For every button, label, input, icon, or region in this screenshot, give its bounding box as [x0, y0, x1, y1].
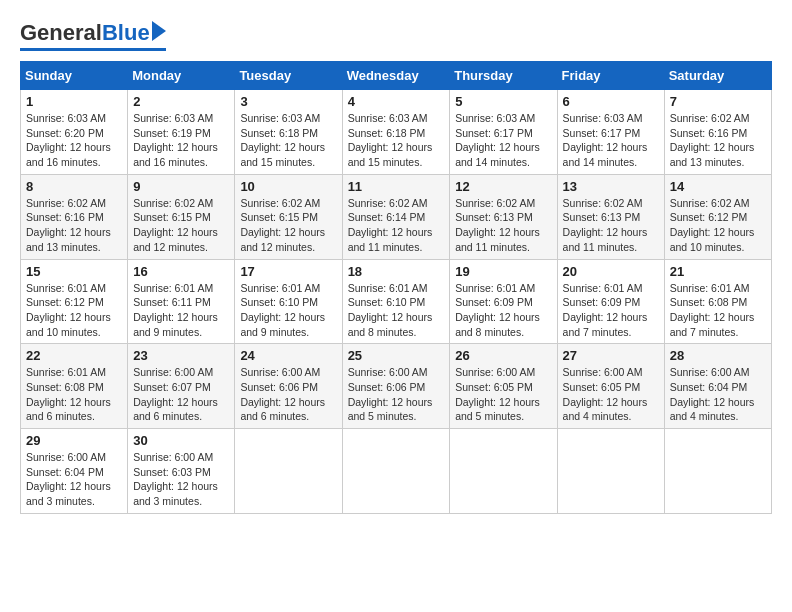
- calendar-day-16: 16 Sunrise: 6:01 AMSunset: 6:11 PMDaylig…: [128, 259, 235, 344]
- day-info: Sunrise: 6:03 AMSunset: 6:19 PMDaylight:…: [133, 112, 218, 168]
- day-info: Sunrise: 6:00 AMSunset: 6:04 PMDaylight:…: [26, 451, 111, 507]
- calendar-week-4: 22 Sunrise: 6:01 AMSunset: 6:08 PMDaylig…: [21, 344, 772, 429]
- calendar-day-24: 24 Sunrise: 6:00 AMSunset: 6:06 PMDaylig…: [235, 344, 342, 429]
- day-info: Sunrise: 6:01 AMSunset: 6:10 PMDaylight:…: [348, 282, 433, 338]
- day-number: 26: [455, 348, 551, 363]
- day-number: 9: [133, 179, 229, 194]
- day-number: 5: [455, 94, 551, 109]
- day-info: Sunrise: 6:02 AMSunset: 6:15 PMDaylight:…: [240, 197, 325, 253]
- day-info: Sunrise: 6:00 AMSunset: 6:04 PMDaylight:…: [670, 366, 755, 422]
- calendar-day-6: 6 Sunrise: 6:03 AMSunset: 6:17 PMDayligh…: [557, 90, 664, 175]
- calendar-day-29: 29 Sunrise: 6:00 AMSunset: 6:04 PMDaylig…: [21, 429, 128, 514]
- calendar-header-sunday: Sunday: [21, 62, 128, 90]
- day-info: Sunrise: 6:01 AMSunset: 6:08 PMDaylight:…: [670, 282, 755, 338]
- day-number: 22: [26, 348, 122, 363]
- day-info: Sunrise: 6:03 AMSunset: 6:18 PMDaylight:…: [348, 112, 433, 168]
- day-number: 7: [670, 94, 766, 109]
- calendar-week-3: 15 Sunrise: 6:01 AMSunset: 6:12 PMDaylig…: [21, 259, 772, 344]
- calendar-week-1: 1 Sunrise: 6:03 AMSunset: 6:20 PMDayligh…: [21, 90, 772, 175]
- day-number: 24: [240, 348, 336, 363]
- day-number: 2: [133, 94, 229, 109]
- calendar-day-18: 18 Sunrise: 6:01 AMSunset: 6:10 PMDaylig…: [342, 259, 450, 344]
- calendar-day-5: 5 Sunrise: 6:03 AMSunset: 6:17 PMDayligh…: [450, 90, 557, 175]
- calendar-day-1: 1 Sunrise: 6:03 AMSunset: 6:20 PMDayligh…: [21, 90, 128, 175]
- day-info: Sunrise: 6:01 AMSunset: 6:08 PMDaylight:…: [26, 366, 111, 422]
- calendar-header-thursday: Thursday: [450, 62, 557, 90]
- day-info: Sunrise: 6:00 AMSunset: 6:03 PMDaylight:…: [133, 451, 218, 507]
- day-number: 11: [348, 179, 445, 194]
- calendar-day-4: 4 Sunrise: 6:03 AMSunset: 6:18 PMDayligh…: [342, 90, 450, 175]
- day-number: 3: [240, 94, 336, 109]
- day-number: 28: [670, 348, 766, 363]
- calendar-day-23: 23 Sunrise: 6:00 AMSunset: 6:07 PMDaylig…: [128, 344, 235, 429]
- calendar-header-monday: Monday: [128, 62, 235, 90]
- day-info: Sunrise: 6:02 AMSunset: 6:16 PMDaylight:…: [670, 112, 755, 168]
- calendar-day-3: 3 Sunrise: 6:03 AMSunset: 6:18 PMDayligh…: [235, 90, 342, 175]
- day-info: Sunrise: 6:01 AMSunset: 6:11 PMDaylight:…: [133, 282, 218, 338]
- day-number: 12: [455, 179, 551, 194]
- calendar-day-2: 2 Sunrise: 6:03 AMSunset: 6:19 PMDayligh…: [128, 90, 235, 175]
- calendar-table: SundayMondayTuesdayWednesdayThursdayFrid…: [20, 61, 772, 514]
- day-info: Sunrise: 6:03 AMSunset: 6:20 PMDaylight:…: [26, 112, 111, 168]
- calendar-day-8: 8 Sunrise: 6:02 AMSunset: 6:16 PMDayligh…: [21, 174, 128, 259]
- day-number: 29: [26, 433, 122, 448]
- calendar-day-28: 28 Sunrise: 6:00 AMSunset: 6:04 PMDaylig…: [664, 344, 771, 429]
- calendar-day-17: 17 Sunrise: 6:01 AMSunset: 6:10 PMDaylig…: [235, 259, 342, 344]
- day-info: Sunrise: 6:00 AMSunset: 6:07 PMDaylight:…: [133, 366, 218, 422]
- logo-general: General: [20, 20, 102, 46]
- calendar-header-tuesday: Tuesday: [235, 62, 342, 90]
- day-info: Sunrise: 6:01 AMSunset: 6:09 PMDaylight:…: [563, 282, 648, 338]
- day-number: 10: [240, 179, 336, 194]
- day-number: 30: [133, 433, 229, 448]
- day-number: 17: [240, 264, 336, 279]
- calendar-day-11: 11 Sunrise: 6:02 AMSunset: 6:14 PMDaylig…: [342, 174, 450, 259]
- calendar-day-25: 25 Sunrise: 6:00 AMSunset: 6:06 PMDaylig…: [342, 344, 450, 429]
- day-number: 18: [348, 264, 445, 279]
- calendar-day-7: 7 Sunrise: 6:02 AMSunset: 6:16 PMDayligh…: [664, 90, 771, 175]
- empty-cell: [557, 429, 664, 514]
- calendar-header-wednesday: Wednesday: [342, 62, 450, 90]
- logo-line: [20, 48, 166, 51]
- day-info: Sunrise: 6:03 AMSunset: 6:18 PMDaylight:…: [240, 112, 325, 168]
- day-info: Sunrise: 6:01 AMSunset: 6:09 PMDaylight:…: [455, 282, 540, 338]
- empty-cell: [664, 429, 771, 514]
- calendar-week-5: 29 Sunrise: 6:00 AMSunset: 6:04 PMDaylig…: [21, 429, 772, 514]
- calendar-day-30: 30 Sunrise: 6:00 AMSunset: 6:03 PMDaylig…: [128, 429, 235, 514]
- calendar-day-15: 15 Sunrise: 6:01 AMSunset: 6:12 PMDaylig…: [21, 259, 128, 344]
- calendar-day-9: 9 Sunrise: 6:02 AMSunset: 6:15 PMDayligh…: [128, 174, 235, 259]
- day-number: 25: [348, 348, 445, 363]
- calendar-day-12: 12 Sunrise: 6:02 AMSunset: 6:13 PMDaylig…: [450, 174, 557, 259]
- day-info: Sunrise: 6:00 AMSunset: 6:06 PMDaylight:…: [240, 366, 325, 422]
- day-number: 27: [563, 348, 659, 363]
- day-info: Sunrise: 6:02 AMSunset: 6:12 PMDaylight:…: [670, 197, 755, 253]
- day-info: Sunrise: 6:01 AMSunset: 6:10 PMDaylight:…: [240, 282, 325, 338]
- calendar-day-27: 27 Sunrise: 6:00 AMSunset: 6:05 PMDaylig…: [557, 344, 664, 429]
- day-number: 13: [563, 179, 659, 194]
- day-info: Sunrise: 6:01 AMSunset: 6:12 PMDaylight:…: [26, 282, 111, 338]
- day-number: 20: [563, 264, 659, 279]
- calendar-day-13: 13 Sunrise: 6:02 AMSunset: 6:13 PMDaylig…: [557, 174, 664, 259]
- day-info: Sunrise: 6:02 AMSunset: 6:13 PMDaylight:…: [563, 197, 648, 253]
- page-header: General Blue: [20, 20, 772, 51]
- empty-cell: [342, 429, 450, 514]
- calendar-day-26: 26 Sunrise: 6:00 AMSunset: 6:05 PMDaylig…: [450, 344, 557, 429]
- day-number: 15: [26, 264, 122, 279]
- calendar-header-friday: Friday: [557, 62, 664, 90]
- day-number: 1: [26, 94, 122, 109]
- day-info: Sunrise: 6:00 AMSunset: 6:05 PMDaylight:…: [455, 366, 540, 422]
- day-number: 23: [133, 348, 229, 363]
- day-info: Sunrise: 6:03 AMSunset: 6:17 PMDaylight:…: [455, 112, 540, 168]
- day-number: 4: [348, 94, 445, 109]
- logo-blue: Blue: [102, 20, 150, 46]
- calendar-day-19: 19 Sunrise: 6:01 AMSunset: 6:09 PMDaylig…: [450, 259, 557, 344]
- day-number: 6: [563, 94, 659, 109]
- calendar-day-20: 20 Sunrise: 6:01 AMSunset: 6:09 PMDaylig…: [557, 259, 664, 344]
- day-info: Sunrise: 6:02 AMSunset: 6:15 PMDaylight:…: [133, 197, 218, 253]
- calendar-header-saturday: Saturday: [664, 62, 771, 90]
- calendar-day-14: 14 Sunrise: 6:02 AMSunset: 6:12 PMDaylig…: [664, 174, 771, 259]
- logo: General Blue: [20, 20, 166, 51]
- calendar-day-21: 21 Sunrise: 6:01 AMSunset: 6:08 PMDaylig…: [664, 259, 771, 344]
- day-info: Sunrise: 6:00 AMSunset: 6:05 PMDaylight:…: [563, 366, 648, 422]
- day-number: 8: [26, 179, 122, 194]
- day-number: 19: [455, 264, 551, 279]
